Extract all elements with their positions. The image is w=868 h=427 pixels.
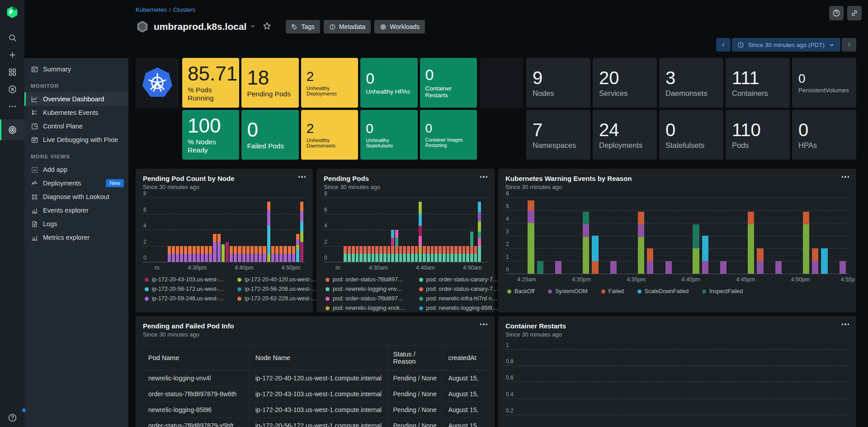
legend-item[interactable]: Failed (601, 288, 624, 294)
sidebar-item-control-plane[interactable]: Control Plane (24, 119, 128, 133)
sidebar-item-summary[interactable]: Summary (24, 62, 128, 76)
billboard-pods-running[interactable]: 85.71% Pods Running (182, 58, 239, 108)
bar-segment (840, 261, 846, 274)
bar-segment (702, 236, 708, 261)
column-header-createdat[interactable]: createdAt (443, 346, 487, 370)
metadata-button[interactable]: Metadata (324, 20, 371, 33)
legend-item[interactable]: InspectFailed (702, 288, 743, 294)
legend-item[interactable]: pod: newrelic-logging-vnv… (326, 286, 406, 292)
time-forward-button[interactable] (842, 38, 856, 52)
count-tile-services[interactable]: 20Services (593, 58, 657, 108)
panel-menu-icon[interactable] (841, 321, 850, 328)
plus-icon[interactable] (0, 46, 24, 63)
billboard-pending-pods[interactable]: 18Pending Pods (241, 58, 298, 108)
bar-slot (230, 198, 233, 262)
legend-item[interactable]: ip-172-20-59-246.us-west-… (145, 295, 224, 302)
count-tile-daemonsets[interactable]: 3Daemonsets (659, 58, 723, 108)
legend-item[interactable]: pod: order-status-7f8d897… (326, 295, 406, 302)
bar-segment (356, 246, 359, 254)
panel-menu-icon[interactable] (479, 173, 489, 180)
sidebar-item-kubernetes-events[interactable]: Kubernetes Events (24, 106, 128, 119)
legend-item[interactable]: pod: order-status-canary-7… (419, 276, 499, 283)
workloads-button[interactable]: Workloads (374, 20, 425, 33)
legend-item[interactable]: ip-172-20-56-172.us-west-… (145, 286, 224, 292)
sidebar-item-deployments[interactable]: DeploymentsNew (24, 176, 128, 190)
sidebar-item-add-app[interactable]: Add app (24, 163, 128, 176)
bar-segment (201, 246, 204, 254)
new-relic-logo-icon[interactable] (5, 5, 19, 19)
legend-item[interactable]: pod: newrelic-infra-ht7rd n… (419, 295, 499, 302)
panel-menu-icon[interactable] (479, 321, 489, 328)
count-tile-deployments[interactable]: 24Deployments (593, 110, 657, 160)
panel-menu-icon[interactable] (841, 173, 850, 180)
table-row[interactable]: newrelic-logging-vnv4lip-172-20-40-120.u… (143, 370, 487, 386)
entity-hex-icon[interactable] (0, 81, 24, 98)
table-row[interactable]: order-status-7f8d897879-8w6thip-172-20-4… (143, 386, 487, 402)
tags-button[interactable]: Tags (286, 20, 320, 33)
count-tile-statefulsets[interactable]: 0Statefulsets (659, 110, 723, 160)
panel-menu-icon[interactable] (297, 173, 307, 180)
bar-segment (803, 224, 809, 274)
table-row[interactable]: newrelic-logging-85l96ip-172-20-43-103.u… (143, 402, 487, 418)
bar-segment (478, 238, 481, 246)
legend-item[interactable]: ip-172-20-56-208.us-west-… (237, 286, 316, 292)
cluster-target-icon[interactable] (0, 119, 24, 140)
billboard-container-restarts[interactable]: 0Container Restarts (420, 58, 477, 108)
column-header-pod-name[interactable]: Pod Name (143, 346, 250, 370)
legend-item[interactable]: SystemOOM (548, 288, 588, 294)
billboard-unhealthy-hpas[interactable]: 0Unhealthy HPAs (360, 58, 417, 108)
billboard-unhealthy-statefulsets[interactable]: 0Unhealthy Statefulsets (360, 110, 417, 160)
billboard-container-images-restarting[interactable]: 0Container Images Restarting (420, 110, 477, 160)
bar-segment (454, 246, 458, 254)
breadcrumb-link-kubernetes[interactable]: Kubernetes (136, 6, 167, 13)
legend-item[interactable]: ip-172-20-40-120.us-west-… (237, 276, 316, 283)
count-tile-pods[interactable]: 110Pods (726, 110, 790, 160)
legend-item[interactable]: BackOff (507, 288, 534, 294)
billboard-unhealthy-deployments[interactable]: 2Unhealthy Deployments (301, 58, 358, 108)
sidebar-item-diagnose-with-lookout[interactable]: Diagnose with Lookout (24, 190, 128, 204)
assistant-help-icon[interactable] (0, 409, 24, 426)
bar-slot (470, 198, 473, 262)
x-axis: 4:25am4:30pm4:35pm4:40pm4:45pm4:50pm4:55… (517, 274, 849, 284)
favorite-star-icon[interactable] (263, 22, 271, 32)
count-tile-persistentvolumes[interactable]: 0PersistentVolumes (792, 58, 856, 108)
legend-item[interactable]: pod: order-status-7f8d897… (326, 276, 406, 283)
breadcrumb-link-clusters[interactable]: Clusters (173, 6, 196, 13)
time-back-button[interactable] (716, 38, 731, 52)
count-tile-containers[interactable]: 111Containers (726, 58, 790, 108)
sidebar-item-overview-dashboard[interactable]: Overview Dashboard (24, 92, 128, 106)
title-dropdown-caret-icon[interactable] (250, 23, 255, 31)
count-tile-nodes[interactable]: 9Nodes (526, 58, 590, 108)
billboard-nodes-ready[interactable]: 100% Nodes Ready (182, 110, 239, 160)
legend-label: ip-172-20-62-229.us-west-… (245, 295, 316, 302)
legend-item[interactable]: pod: newrelic-logging-xnck… (326, 305, 406, 311)
legend-item[interactable]: pod: order-status-canary-7… (419, 286, 499, 292)
sidebar-item-metrics-explorer[interactable]: Metrics explorer (24, 231, 128, 244)
search-icon[interactable] (0, 29, 24, 46)
more-ellipsis-icon[interactable] (0, 98, 24, 115)
help-button[interactable] (829, 6, 844, 20)
legend-item[interactable]: pod: newrelic-logging-85l9… (419, 305, 499, 311)
billboard-failed-pods[interactable]: 0Failed Pods (241, 110, 298, 160)
legend-item[interactable]: ip-172-20-43-103.us-west-… (145, 276, 224, 283)
billboard-unhealthy-daemonsets[interactable]: 2Unhealthy Daemonsets (301, 110, 358, 160)
bar-segment (391, 254, 394, 262)
time-range-dropdown[interactable]: Since 30 minutes ago (PDT) (732, 38, 840, 52)
column-header-status-reason[interactable]: Status / Reason (387, 346, 443, 370)
legend-item[interactable]: ScaleDownFailed (637, 288, 689, 294)
sidebar-item-label: Overview Dashboard (43, 95, 124, 103)
sidebar-item-live-debugging-with-pixie[interactable]: Live Debugging with Pixie (24, 133, 128, 147)
bar-slot (238, 198, 241, 262)
sidebar-item-logs[interactable]: Logs (24, 217, 128, 231)
button-label: Metadata (339, 23, 365, 30)
sidebar-item-events-explorer[interactable]: Events explorer (24, 204, 128, 217)
copy-link-button[interactable] (847, 6, 862, 20)
bar-segment (399, 246, 402, 254)
bar-segment (172, 246, 175, 254)
count-tile-namespaces[interactable]: 7Namespaces (526, 110, 590, 160)
count-tile-hpas[interactable]: 0HPAs (792, 110, 856, 160)
column-header-node-name[interactable]: Node Name (250, 346, 387, 370)
apps-grid-icon[interactable] (0, 63, 24, 81)
table-row[interactable]: order-status-7f8d897879-x5bftip-172-20-5… (143, 418, 487, 427)
legend-item[interactable]: ip-172-20-62-229.us-west-… (237, 295, 316, 302)
